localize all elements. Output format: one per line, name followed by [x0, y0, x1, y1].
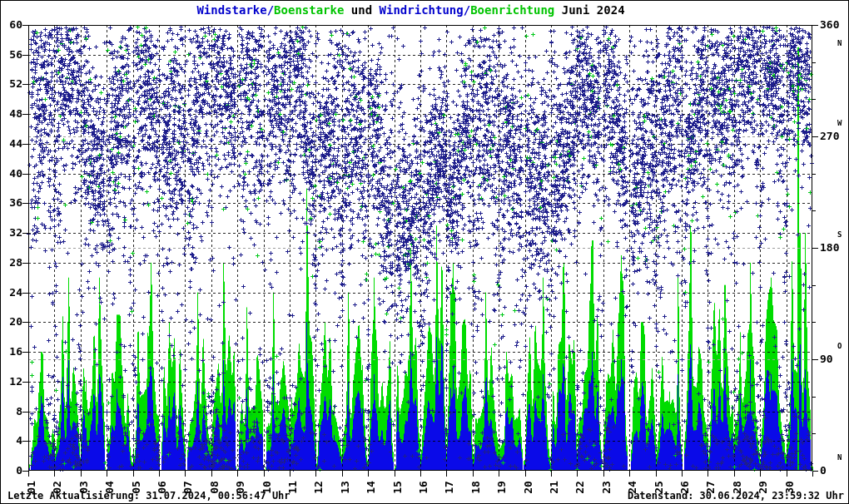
day-label-18: 18 [470, 477, 482, 498]
left-tick-label-16: 16 [0, 346, 22, 358]
compass-letter-S-180: S [837, 229, 842, 240]
title-segment-juni-2024: Juni 2024 [554, 3, 624, 17]
wind-chart-frame: Windstarke/Boenstarke und Windrichtung/B… [0, 0, 849, 504]
left-tick-label-0: 0 [0, 465, 22, 477]
left-tick-label-36: 36 [0, 197, 22, 209]
title-segment-und: und [344, 3, 379, 17]
title-segment-windstarke: Windstarke/ [196, 3, 274, 17]
chart-title: Windstarke/Boenstarke und Windrichtung/B… [1, 3, 821, 17]
right-tick-label-270: 270 [820, 131, 839, 142]
left-tick-label-56: 56 [0, 49, 22, 61]
compass-letter-W-270: W [837, 117, 842, 129]
left-tick-label-40: 40 [0, 168, 22, 180]
day-label-21: 21 [549, 477, 560, 498]
left-tick-label-24: 24 [0, 287, 22, 299]
day-label-12: 12 [313, 477, 325, 498]
last-update-text: Letzte Aktualisierung: 31.07.2024, 00:56… [7, 490, 290, 502]
compass-letter-O-90: O [837, 340, 842, 352]
left-tick-label-28: 28 [0, 257, 22, 269]
day-label-19: 19 [496, 477, 508, 498]
right-tick-label-180: 180 [820, 242, 839, 254]
day-label-13: 13 [340, 477, 351, 498]
right-tick-label-90: 90 [820, 353, 833, 365]
left-tick-label-44: 44 [0, 138, 22, 150]
left-tick-label-52: 52 [0, 78, 22, 90]
title-segment-windrichtung: Windrichtung/ [380, 3, 471, 17]
right-tick-label-360: 360 [820, 19, 839, 31]
left-tick-label-20: 20 [0, 316, 22, 328]
day-label-16: 16 [418, 477, 429, 498]
left-tick-label-12: 12 [0, 376, 22, 388]
day-label-14: 14 [365, 477, 377, 498]
day-label-22: 22 [574, 477, 586, 498]
wind-direction-strength-chart-canvas [1, 1, 849, 504]
right-tick-label-0: 0 [820, 465, 827, 477]
compass-letter-N-360: N [837, 37, 842, 49]
left-tick-label-8: 8 [0, 406, 22, 418]
left-tick-label-32: 32 [0, 227, 22, 239]
day-label-23: 23 [601, 477, 613, 498]
left-tick-label-60: 60 [0, 19, 22, 31]
day-label-17: 17 [444, 477, 455, 498]
data-state-text: Datenstand: 30.06.2024, 23:59:32 Uhr [628, 490, 844, 502]
title-segment-boenstarke: Boenstarke [274, 3, 344, 17]
compass-letter-N-0: N [837, 452, 842, 463]
day-label-15: 15 [392, 477, 404, 498]
left-tick-label-4: 4 [0, 435, 22, 447]
left-tick-label-48: 48 [0, 108, 22, 120]
day-label-20: 20 [523, 477, 534, 498]
title-segment-boenrichtung: Boenrichtung [470, 3, 554, 17]
